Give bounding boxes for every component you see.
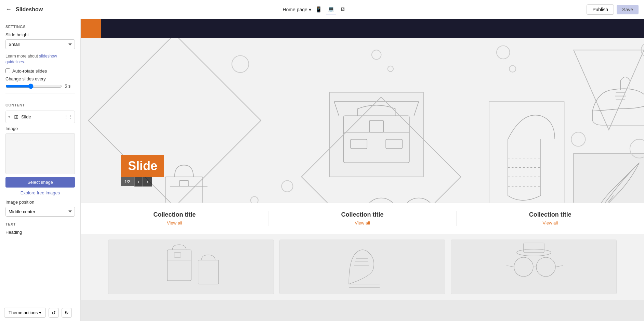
slide-drag-icon: ⋮⋮ [64, 114, 73, 119]
collection-title-2: Collection title [275, 211, 449, 218]
image-section: Image Select image Explore free images [5, 126, 75, 195]
canvas[interactable]: Slide 1/2 ‹ › Collection title View all … [81, 19, 644, 321]
slide-counter: 1/2 [121, 177, 134, 186]
slider-row: 5 s [5, 84, 75, 89]
sidebar: SETTINGS Slide height Small Medium Large… [0, 19, 81, 321]
svg-point-54 [514, 257, 533, 277]
page-chevron-icon: ▾ [309, 7, 311, 12]
slide-collapse-icon: ▼ [7, 114, 11, 119]
save-button[interactable]: Save [617, 5, 639, 14]
select-image-button[interactable]: Select image [5, 177, 75, 188]
change-slides-group: Change slides every 5 s [5, 76, 75, 89]
slide-row-label: Slide [21, 114, 61, 119]
collection-link-3[interactable]: View all [543, 220, 558, 226]
explore-images-button[interactable]: Explore free images [21, 190, 60, 195]
product-thumb-2 [279, 240, 445, 294]
collection-link-1[interactable]: View all [167, 220, 182, 226]
theme-actions-label: Theme actions [9, 310, 38, 315]
sidebar-footer: Theme actions ▾ ↺ ↻ [0, 304, 80, 321]
canvas-inner: Slide 1/2 ‹ › Collection title View all … [81, 19, 644, 321]
theme-actions-button[interactable]: Theme actions ▾ [4, 308, 46, 318]
back-button[interactable]: ← [5, 6, 12, 13]
theme-actions-chevron-icon: ▾ [39, 310, 41, 315]
page-label: Home page [282, 7, 307, 12]
slides-interval-slider[interactable] [5, 84, 62, 89]
content-section-label: CONTENT [5, 103, 75, 107]
product-thumb-1 [108, 240, 274, 294]
change-slides-label: Change slides every [5, 76, 75, 81]
image-label: Image [5, 126, 75, 131]
image-position-label: Image position [5, 200, 75, 205]
products-row [81, 234, 644, 300]
slide-row-item[interactable]: ▼ ⊞ Slide ⋮⋮ [5, 111, 75, 123]
svg-rect-60 [524, 243, 544, 253]
undo-button[interactable]: ↺ [49, 308, 59, 318]
info-text: Learn more about slideshow guidelines. [5, 53, 75, 65]
svg-rect-47 [174, 253, 181, 257]
slide-next-button[interactable]: › [143, 177, 152, 187]
page-title: Slideshow [16, 7, 43, 13]
header-left: ← Slideshow [5, 6, 43, 13]
product-thumb-3 [451, 240, 617, 294]
collection-link-2[interactable]: View all [355, 220, 370, 226]
image-position-group: Image position Top left Top center Top r… [5, 200, 75, 217]
auto-rotate-row: Auto-rotate slides [5, 68, 75, 74]
desktop-view-button[interactable]: 🖥 [339, 5, 347, 14]
collections-row: Collection title View all Collection tit… [81, 203, 644, 234]
collection-title-3: Collection title [463, 211, 637, 218]
settings-section-label: SETTINGS [5, 25, 75, 29]
svg-rect-48 [198, 260, 219, 284]
page-selector[interactable]: Home page ▾ [282, 7, 311, 12]
header-right: Publish Save [587, 4, 639, 15]
header: ← Slideshow Home page ▾ 📱 💻 🖥 Publish Sa… [0, 0, 644, 19]
publish-button[interactable]: Publish [587, 4, 614, 15]
slide-table-icon: ⊞ [14, 114, 18, 120]
svg-line-57 [507, 266, 514, 267]
svg-line-58 [555, 266, 563, 267]
redo-button[interactable]: ↻ [62, 308, 72, 318]
slide-height-label: Slide height [5, 32, 75, 37]
image-position-select[interactable]: Top left Top center Top right Middle lef… [5, 207, 75, 217]
slide-badge: Slide [121, 155, 164, 177]
heading-label: Heading [5, 230, 75, 235]
fashion-illustration-bg [81, 38, 644, 203]
mobile-view-button[interactable]: 📱 [314, 5, 324, 14]
auto-rotate-checkbox[interactable] [5, 68, 10, 73]
image-placeholder [5, 133, 75, 174]
text-section-label: TEXT [5, 222, 75, 226]
sidebar-content: SETTINGS Slide height Small Medium Large… [0, 19, 80, 304]
slide-height-group: Slide height Small Medium Large Natural [5, 32, 75, 49]
collection-title-1: Collection title [88, 211, 261, 218]
collection-item-2: Collection title View all [268, 211, 456, 226]
slide-height-select[interactable]: Small Medium Large Natural [5, 39, 75, 49]
content-section: CONTENT ▼ ⊞ Slide ⋮⋮ [5, 93, 75, 123]
slide-prev-button[interactable]: ‹ [134, 177, 143, 187]
collection-item-1: Collection title View all [81, 211, 268, 226]
page-top-bar-accent [81, 19, 101, 38]
slider-value: 5 s [65, 84, 75, 89]
tablet-view-button[interactable]: 💻 [326, 4, 336, 14]
collection-item-3: Collection title View all [457, 211, 644, 226]
auto-rotate-label: Auto-rotate slides [12, 68, 47, 74]
slide-controls: 1/2 ‹ › [121, 177, 152, 187]
page-top-bar [81, 19, 644, 38]
main-layout: SETTINGS Slide height Small Medium Large… [0, 19, 644, 321]
svg-rect-33 [574, 153, 644, 203]
svg-point-55 [536, 257, 555, 277]
slideshow-area: Slide 1/2 ‹ › [81, 38, 644, 203]
device-icons: 📱 💻 🖥 [314, 4, 347, 14]
svg-rect-45 [167, 250, 191, 281]
header-center: Home page ▾ 📱 💻 🖥 [282, 4, 346, 14]
